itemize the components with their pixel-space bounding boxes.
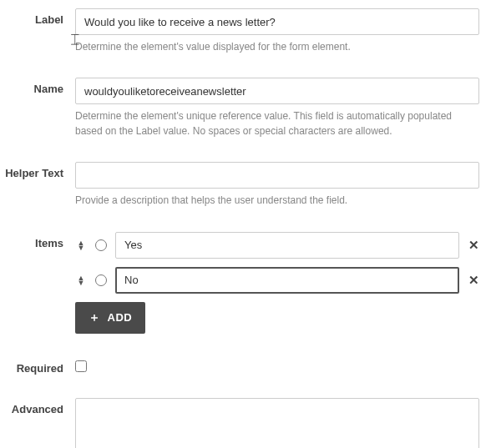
label-input[interactable] — [75, 8, 479, 35]
required-field-label: Required — [0, 357, 75, 375]
remove-item-icon[interactable]: ✕ — [468, 273, 479, 288]
items-field-label: Items — [0, 232, 75, 249]
item-default-radio[interactable] — [95, 274, 107, 286]
name-input[interactable] — [75, 78, 479, 104]
label-field-label: Label — [0, 8, 75, 26]
name-helper-text: Determine the element's unique reference… — [75, 109, 479, 138]
label-helper-text: Determine the element's value displayed … — [75, 40, 479, 54]
helper-text-field-label: Helper Text — [0, 162, 75, 179]
plus-icon: ＋ — [89, 310, 101, 325]
item-value-input[interactable] — [115, 232, 459, 259]
sort-handle-icon[interactable]: ▲▼ — [75, 240, 87, 250]
advanced-textarea[interactable] — [75, 398, 479, 448]
item-row: ▲▼ ✕ — [75, 232, 479, 259]
add-button-label: ADD — [108, 311, 133, 324]
sort-handle-icon[interactable]: ▲▼ — [75, 275, 87, 285]
helper-text-input[interactable] — [75, 162, 479, 189]
item-value-input[interactable] — [115, 267, 459, 294]
name-field-label: Name — [0, 78, 75, 95]
item-default-radio[interactable] — [95, 239, 107, 251]
helper-text-helper: Provide a description that helps the use… — [75, 194, 479, 208]
advanced-field-label: Advanced — [0, 398, 75, 415]
add-item-button[interactable]: ＋ ADD — [75, 302, 145, 334]
required-checkbox[interactable] — [75, 360, 87, 372]
item-row: ▲▼ ✕ — [75, 267, 479, 294]
remove-item-icon[interactable]: ✕ — [468, 238, 479, 253]
